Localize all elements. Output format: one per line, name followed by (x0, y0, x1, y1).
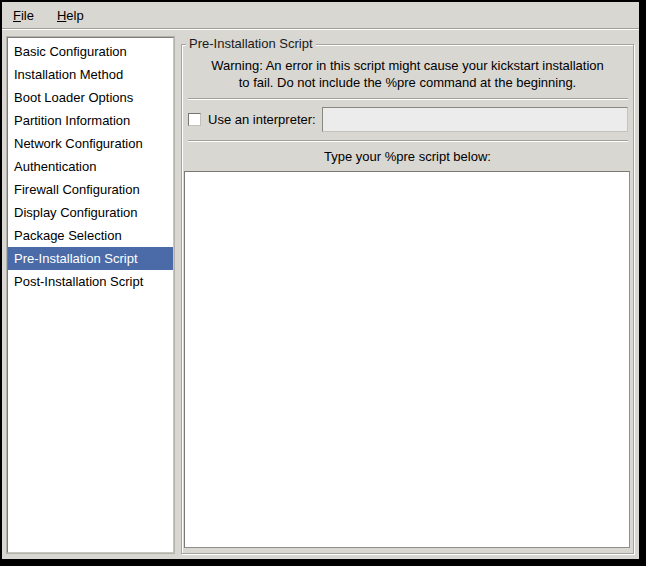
sidebar-item-authentication[interactable]: Authentication (8, 155, 173, 178)
menu-file-mnemonic: F (13, 8, 21, 23)
interpreter-row: Use an interpreter: (188, 106, 628, 133)
sidebar-item-boot-loader-options[interactable]: Boot Loader Options (8, 86, 173, 109)
pre-installation-script-panel: Pre-Installation Script Warning: An erro… (181, 44, 634, 554)
sidebar-item-installation-method[interactable]: Installation Method (8, 63, 173, 86)
sidebar-item-package-selection[interactable]: Package Selection (8, 224, 173, 247)
panel-title: Pre-Installation Script (186, 36, 316, 51)
warning-line-2: to fail. Do not include the %pre command… (186, 74, 629, 91)
sidebar-item-firewall-configuration[interactable]: Firewall Configuration (8, 178, 173, 201)
menu-file-label: ile (21, 8, 34, 23)
use-interpreter-checkbox[interactable] (188, 113, 201, 126)
sidebar-item-display-configuration[interactable]: Display Configuration (8, 201, 173, 224)
menu-help[interactable]: Help (50, 5, 91, 26)
separator (188, 98, 628, 100)
sidebar-item-partition-information[interactable]: Partition Information (8, 109, 173, 132)
sidebar-item-basic-configuration[interactable]: Basic Configuration (8, 40, 173, 63)
menu-bar: File Help (2, 2, 639, 29)
warning-line-1: Warning: An error in this script might c… (186, 57, 629, 74)
separator (188, 140, 628, 142)
menu-file[interactable]: File (6, 5, 41, 26)
script-instruction-label: Type your %pre script below: (186, 149, 629, 164)
sidebar-item-network-configuration[interactable]: Network Configuration (8, 132, 173, 155)
warning-text: Warning: An error in this script might c… (186, 57, 629, 91)
menu-help-mnemonic: H (57, 8, 66, 23)
sidebar-item-pre-installation-script[interactable]: Pre-Installation Script (8, 247, 173, 270)
section-list: Basic Configuration Installation Method … (7, 37, 174, 553)
kickstart-configurator-window: File Help Basic Configuration Installati… (0, 0, 646, 566)
use-interpreter-label[interactable]: Use an interpreter: (208, 112, 316, 127)
interpreter-input[interactable] (322, 107, 628, 132)
menu-help-label: elp (66, 8, 83, 23)
sidebar-item-post-installation-script[interactable]: Post-Installation Script (8, 270, 173, 293)
pre-script-textarea[interactable] (184, 171, 630, 548)
